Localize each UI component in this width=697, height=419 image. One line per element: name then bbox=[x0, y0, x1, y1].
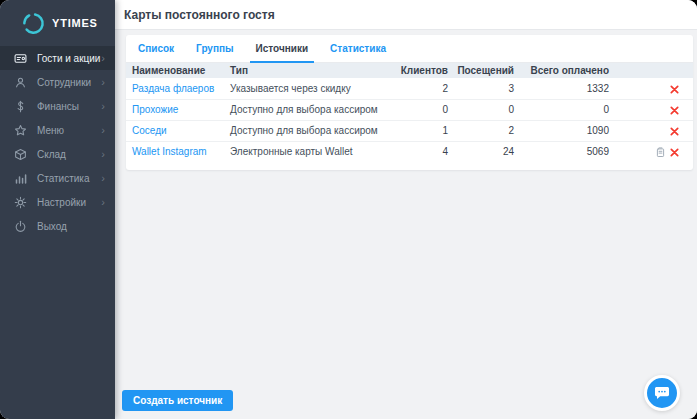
row-actions-cell bbox=[612, 120, 693, 141]
logo[interactable]: YTIMES bbox=[0, 0, 115, 46]
row-actions-cell bbox=[612, 78, 693, 99]
person-icon bbox=[14, 76, 27, 89]
chat-widget-button[interactable] bbox=[644, 375, 680, 411]
sidebar-item-label: Склад bbox=[37, 149, 66, 160]
visits-count-cell: 2 bbox=[451, 120, 517, 141]
col-clients: Клиентов bbox=[391, 63, 451, 78]
sidebar-item-menu[interactable]: Меню› bbox=[0, 118, 115, 142]
page-header: Карты постоянного гостя bbox=[115, 0, 697, 30]
visits-count-cell: 24 bbox=[451, 141, 517, 162]
tab-sources[interactable]: Источники bbox=[250, 35, 315, 62]
sidebar-item-label: Финансы bbox=[37, 101, 79, 112]
source-name-cell: Соседи bbox=[126, 120, 227, 141]
gear-icon bbox=[14, 196, 27, 209]
table-row: Раздача флаеровУказывается через скидку2… bbox=[126, 78, 693, 99]
sidebar-item-stats[interactable]: Статистика› bbox=[0, 166, 115, 190]
sidebar-item-label: Настройки bbox=[37, 197, 86, 208]
total-paid-cell: 1090 bbox=[517, 120, 612, 141]
sources-table: Наименование Тип Клиентов Посещений Всег… bbox=[126, 63, 693, 162]
source-type-cell: Доступно для выбора кассиром bbox=[227, 120, 391, 141]
total-paid-cell: 1332 bbox=[517, 78, 612, 99]
chevron-right-icon: › bbox=[101, 77, 105, 88]
sidebar-item-guests[interactable]: Гости и акции› bbox=[0, 46, 115, 70]
sidebar-item-stock[interactable]: Склад› bbox=[0, 142, 115, 166]
tabs-bar: СписокГруппыИсточникиСтатистика bbox=[126, 35, 693, 63]
table-row: Wallet InstagramЭлектронные карты Wallet… bbox=[126, 141, 693, 162]
sidebar-item-settings[interactable]: Настройки› bbox=[0, 190, 115, 214]
delete-row-button[interactable] bbox=[670, 148, 679, 157]
source-type-cell: Электронные карты Wallet bbox=[227, 141, 391, 162]
source-name-link[interactable]: Wallet Instagram bbox=[132, 146, 207, 157]
sidebar-item-label: Статистика bbox=[37, 173, 90, 184]
chevron-right-icon: › bbox=[101, 125, 105, 136]
col-actions bbox=[612, 63, 693, 78]
tab-statistics[interactable]: Статистика bbox=[324, 35, 392, 62]
source-name-link[interactable]: Раздача флаеров bbox=[132, 83, 214, 94]
create-source-button[interactable]: Создать источник bbox=[122, 390, 233, 411]
tab-groups[interactable]: Группы bbox=[190, 35, 239, 62]
loyalty-card-icon bbox=[14, 52, 27, 65]
source-name-cell: Прохожие bbox=[126, 99, 227, 120]
sidebar-item-staff[interactable]: Сотрудники› bbox=[0, 70, 115, 94]
clients-count-cell: 1 bbox=[391, 120, 451, 141]
sidebar-item-label: Выход bbox=[37, 221, 67, 232]
tab-list[interactable]: Список bbox=[132, 35, 180, 62]
source-name-cell: Wallet Instagram bbox=[126, 141, 227, 162]
delete-row-button[interactable] bbox=[670, 127, 679, 136]
sidebar-menu: Гости и акции›Сотрудники›Финансы›Меню›Ск… bbox=[0, 46, 115, 238]
page-title: Карты постоянного гостя bbox=[124, 8, 275, 22]
star-icon bbox=[14, 124, 27, 137]
source-name-cell: Раздача флаеров bbox=[126, 78, 227, 99]
ytimes-logo-icon bbox=[21, 11, 46, 36]
sidebar: YTIMES Гости и акции›Сотрудники›Финансы›… bbox=[0, 0, 115, 419]
clients-count-cell: 2 bbox=[391, 78, 451, 99]
logo-text: YTIMES bbox=[52, 17, 98, 29]
bar-chart-icon bbox=[14, 172, 27, 185]
col-paid: Всего оплачено bbox=[517, 63, 612, 78]
table-header-row: Наименование Тип Клиентов Посещений Всег… bbox=[126, 63, 693, 78]
clients-count-cell: 0 bbox=[391, 99, 451, 120]
visits-count-cell: 3 bbox=[451, 78, 517, 99]
dollar-icon bbox=[14, 100, 27, 113]
col-name: Наименование bbox=[126, 63, 227, 78]
col-visits: Посещений bbox=[451, 63, 517, 78]
source-name-link[interactable]: Прохожие bbox=[132, 104, 178, 115]
total-paid-cell: 5069 bbox=[517, 141, 612, 162]
sidebar-item-logout[interactable]: Выход bbox=[0, 214, 115, 238]
total-paid-cell: 0 bbox=[517, 99, 612, 120]
power-icon bbox=[14, 220, 27, 233]
chevron-right-icon: › bbox=[101, 101, 105, 112]
clients-count-cell: 4 bbox=[391, 141, 451, 162]
row-actions-cell bbox=[612, 141, 693, 162]
box-icon bbox=[14, 148, 27, 161]
row-actions-cell bbox=[612, 99, 693, 120]
chevron-right-icon: › bbox=[101, 173, 105, 184]
app-window: YTIMES Гости и акции›Сотрудники›Финансы›… bbox=[0, 0, 697, 419]
sidebar-item-label: Меню bbox=[37, 125, 64, 136]
source-type-cell: Доступно для выбора кассиром bbox=[227, 99, 391, 120]
delete-row-button[interactable] bbox=[670, 85, 679, 94]
wallet-card-icon[interactable] bbox=[656, 147, 665, 158]
sidebar-item-label: Гости и акции bbox=[37, 53, 100, 64]
main-area: Карты постоянного гостя СписокГруппыИсто… bbox=[115, 0, 697, 419]
sources-card: СписокГруппыИсточникиСтатистика Наименов… bbox=[126, 35, 693, 170]
chat-bubble-icon bbox=[654, 386, 670, 400]
sidebar-item-finance[interactable]: Финансы› bbox=[0, 94, 115, 118]
content-area: СписокГруппыИсточникиСтатистика Наименов… bbox=[115, 31, 697, 419]
source-name-link[interactable]: Соседи bbox=[132, 125, 167, 136]
chevron-right-icon: › bbox=[101, 53, 105, 64]
col-type: Тип bbox=[227, 63, 391, 78]
visits-count-cell: 0 bbox=[451, 99, 517, 120]
delete-row-button[interactable] bbox=[670, 106, 679, 115]
table-row: СоседиДоступно для выбора кассиром121090 bbox=[126, 120, 693, 141]
table-row: ПрохожиеДоступно для выбора кассиром000 bbox=[126, 99, 693, 120]
chevron-right-icon: › bbox=[101, 197, 105, 208]
chevron-right-icon: › bbox=[101, 149, 105, 160]
sidebar-item-label: Сотрудники bbox=[37, 77, 91, 88]
source-type-cell: Указывается через скидку bbox=[227, 78, 391, 99]
